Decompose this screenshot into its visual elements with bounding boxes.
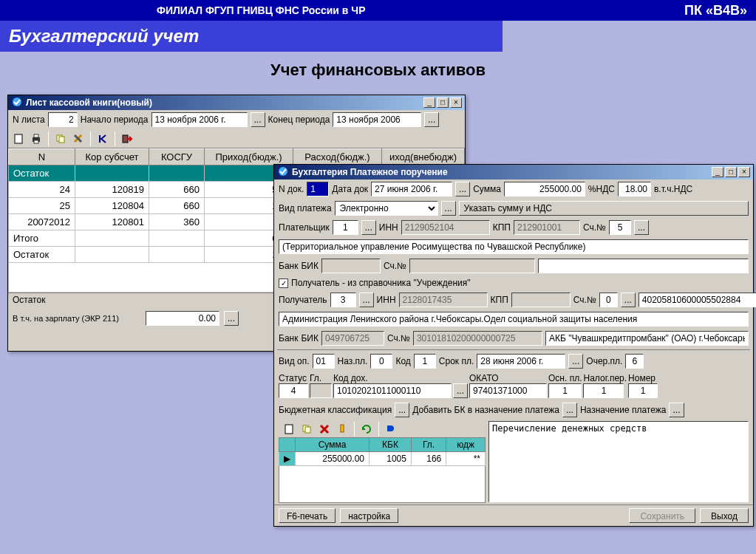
close-button[interactable]: ×: [450, 98, 462, 108]
paytype-picker[interactable]: ...: [441, 201, 456, 216]
sum-label: Сумма: [473, 184, 501, 194]
sum-input[interactable]: [504, 182, 585, 196]
bk-picker[interactable]: ...: [395, 403, 409, 417]
date-label: Дата док: [332, 184, 368, 194]
date-picker-button[interactable]: ...: [251, 112, 265, 127]
vidop-input[interactable]: [313, 354, 335, 369]
date-input[interactable]: [371, 182, 452, 196]
payer-id[interactable]: [333, 220, 358, 235]
payment-titlebar[interactable]: Бухгалтерия Платежное поручение _ □ ×: [274, 165, 753, 179]
svg-rect-11: [305, 427, 310, 433]
bk-add-picker[interactable]: ...: [562, 403, 577, 417]
payer-label: Плательщик: [279, 222, 330, 233]
recipient-checkbox[interactable]: ✓: [279, 278, 288, 288]
col-gl[interactable]: Гл.: [411, 438, 446, 452]
inn-label: ИНН: [379, 222, 398, 233]
col-prihod[interactable]: Приход(бюдж.): [205, 149, 293, 165]
copy2-icon[interactable]: [299, 422, 314, 437]
recipient-id[interactable]: [330, 293, 356, 307]
paytype-select[interactable]: Электронно: [335, 201, 438, 216]
save-button[interactable]: Сохранить: [629, 508, 695, 523]
col-rashod[interactable]: Расход(бюдж.): [293, 149, 382, 165]
bank-name[interactable]: [538, 259, 749, 273]
payer-inn: [401, 220, 490, 235]
new-icon[interactable]: [282, 422, 296, 437]
bank-bik: [321, 259, 381, 273]
exit-icon[interactable]: [120, 131, 134, 146]
settings-button[interactable]: настройка: [340, 508, 398, 523]
bk-naz-picker[interactable]: ...: [669, 403, 684, 417]
col-sub[interactable]: Кор субсчет: [75, 149, 149, 165]
delete-icon[interactable]: [317, 422, 332, 437]
bank2-name[interactable]: [545, 331, 749, 346]
date-picker[interactable]: ...: [455, 182, 470, 196]
col-kosgu[interactable]: КОСГУ: [149, 149, 205, 165]
blank-icon[interactable]: [11, 131, 26, 146]
schno-input[interactable]: [609, 220, 631, 235]
minimize-button[interactable]: _: [712, 167, 723, 177]
recipient-name[interactable]: [279, 312, 749, 326]
print-icon[interactable]: [29, 131, 44, 146]
svg-rect-9: [285, 425, 293, 434]
table-row[interactable]: ▶ 255000.00 1005 166 **: [279, 452, 486, 466]
sum-nds-button[interactable]: Указать сумму и НДС: [459, 201, 749, 216]
nds-input[interactable]: [618, 182, 651, 196]
bank2-bik: [321, 331, 384, 346]
payment-order-window: Бухгалтерия Платежное поручение _ □ × N …: [273, 164, 754, 527]
schno-picker[interactable]: ...: [634, 220, 649, 235]
f6-print-button[interactable]: F6-печать: [279, 508, 336, 523]
exit-button[interactable]: Выход: [700, 508, 749, 523]
payer-picker[interactable]: ...: [361, 220, 376, 235]
recipient-picker[interactable]: ...: [359, 293, 374, 307]
osnpl-input[interactable]: [548, 383, 582, 398]
recipient-sch[interactable]: [599, 293, 618, 307]
ocher-label: Очер.пл.: [586, 356, 622, 366]
svg-rect-7: [123, 135, 128, 143]
nalogper-input[interactable]: [583, 383, 624, 398]
salary-picker[interactable]: ...: [224, 311, 239, 326]
col-vneb[interactable]: иход(внебюдж): [382, 149, 465, 165]
col-n[interactable]: N: [9, 149, 75, 165]
ndoc-label: N док.: [279, 184, 304, 194]
recipient-sch-picker[interactable]: ...: [621, 293, 636, 307]
recipient-acct[interactable]: [638, 293, 756, 307]
copy-icon[interactable]: [53, 131, 68, 146]
schno-label: Сч.№: [583, 222, 606, 233]
sheet-input[interactable]: [48, 112, 78, 127]
tools-icon[interactable]: [71, 131, 86, 146]
koddoh-picker[interactable]: ...: [453, 383, 468, 398]
close-button[interactable]: ×: [738, 167, 750, 177]
status-input[interactable]: [279, 383, 308, 398]
purpose-textarea[interactable]: Перечисление денежных средств: [488, 421, 749, 502]
edit-icon[interactable]: [335, 422, 350, 437]
col-b[interactable]: юдж: [446, 438, 486, 452]
help-icon[interactable]: [384, 422, 398, 437]
page-subtitle: Учет финансовых активов: [0, 61, 756, 80]
nazpl-input[interactable]: [370, 354, 392, 369]
koddoh-input[interactable]: [333, 383, 452, 398]
srok-input[interactable]: [477, 354, 565, 369]
ndoc-input[interactable]: [307, 182, 329, 196]
maximize-button[interactable]: □: [437, 98, 449, 108]
bk-naz-label: Назначение платежа: [580, 405, 667, 415]
col-sum[interactable]: Сумма: [296, 438, 370, 452]
payer-name[interactable]: [279, 239, 749, 254]
first-icon[interactable]: [95, 131, 110, 146]
date-picker-button2[interactable]: ...: [424, 112, 439, 127]
srok-picker[interactable]: ...: [568, 354, 583, 369]
period-start-input[interactable]: [151, 112, 248, 127]
cash-book-titlebar[interactable]: Лист кассовой книги(новый) _ □ ×: [8, 95, 465, 110]
cash-book-toolbar: [8, 129, 465, 148]
kod-label: Код: [395, 356, 410, 366]
ocher-input[interactable]: [625, 354, 644, 369]
kod-input[interactable]: [414, 354, 436, 369]
salary-input[interactable]: [146, 311, 219, 326]
okato-input[interactable]: [469, 383, 547, 398]
col-kbk[interactable]: КБК: [369, 438, 411, 452]
period-end-label: Конец периода: [268, 114, 330, 125]
refresh-icon[interactable]: [359, 422, 374, 437]
minimize-button[interactable]: _: [423, 98, 435, 108]
maximize-button[interactable]: □: [725, 167, 737, 177]
nomer-input[interactable]: [628, 383, 658, 398]
period-end-input[interactable]: [333, 112, 421, 127]
